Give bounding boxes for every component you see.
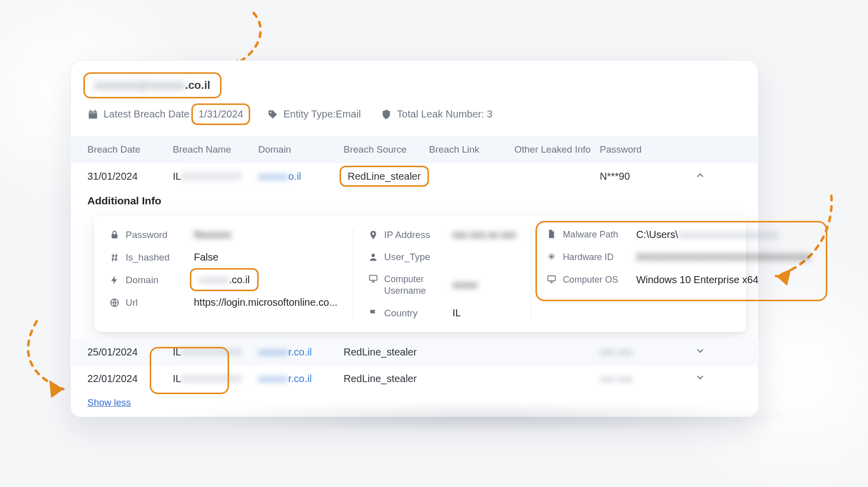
- chevron-down-icon[interactable]: [680, 373, 720, 385]
- label-url: Url: [126, 297, 138, 308]
- col-domain: Domain: [258, 144, 344, 155]
- latest-breach-value: 1/31/2024: [198, 108, 243, 119]
- cell-source: RedLine_stealer: [344, 373, 429, 385]
- monitor-icon: [547, 274, 557, 284]
- hash-icon: [110, 253, 120, 263]
- cell-domain[interactable]: xxxxxxr.co.il: [258, 346, 344, 358]
- value-url: https://login.microsoftonline.co...: [194, 297, 338, 308]
- monitor-icon: [368, 274, 378, 284]
- calendar-icon: [87, 109, 98, 120]
- svg-rect-14: [548, 276, 556, 281]
- show-less-link[interactable]: Show less: [87, 397, 131, 408]
- table-row[interactable]: 31/01/2024 ILXXXXXXXXX xxxxxxo.il RedLin…: [70, 163, 758, 190]
- svg-rect-12: [369, 275, 377, 280]
- latest-breach-date: Latest Breach Date 1/31/2024: [87, 107, 247, 121]
- cell-date: 22/01/2024: [87, 373, 173, 385]
- lock-icon: [110, 230, 120, 240]
- label-malware-path: Malware Path: [563, 229, 618, 240]
- label-user-type: User_Type: [384, 252, 430, 263]
- label-ip: IP Address: [384, 229, 430, 240]
- cell-name: ILXXXXXXXXX: [173, 373, 258, 385]
- col-breach-name: Breach Name: [173, 144, 258, 155]
- table-row[interactable]: 22/01/2024 ILXXXXXXXXX xxxxxxr.co.il Red…: [70, 366, 758, 392]
- panel-shadow: [161, 402, 809, 432]
- svg-rect-8: [112, 234, 118, 238]
- svg-rect-6: [94, 109, 95, 112]
- value-country: IL: [453, 307, 516, 319]
- value-hardware-id: XXXXXXXXXXXXXXXXXXXXXXXXXX: [636, 252, 810, 263]
- value-domain: xxxxxx.co.il: [194, 274, 338, 286]
- svg-point-7: [270, 111, 272, 113]
- label-hardware-id: Hardware ID: [563, 252, 613, 263]
- bolt-icon: [110, 275, 120, 285]
- file-icon: [547, 229, 557, 239]
- value-password: Nxxxxxx: [194, 229, 338, 240]
- col-breach-date: Breach Date: [87, 144, 173, 155]
- value-ip: xxx.xxx.xx.xxx: [453, 229, 516, 240]
- cell-password: xxx xxx: [600, 373, 680, 385]
- table-header: Breach Date Breach Name Domain Breach So…: [70, 136, 758, 163]
- globe-icon: [110, 298, 120, 308]
- email-title: xxxxxxx@xxxxxx .co.il: [87, 74, 218, 96]
- value-is-hashed: False: [194, 252, 338, 263]
- chevron-up-icon[interactable]: [680, 170, 720, 183]
- svg-rect-4: [89, 111, 97, 113]
- chevron-down-icon[interactable]: [680, 346, 720, 358]
- additional-info-title: Additional Info: [70, 190, 758, 211]
- value-computer-os: Windows 10 Enterprise x64: [636, 274, 810, 286]
- value-malware-path: C:\Users\xxxxxxxxxxxxxxxxxxxx: [636, 229, 810, 240]
- user-icon: [368, 252, 378, 262]
- cell-name: ILXXXXXXXXX: [173, 171, 258, 182]
- cell-password: N***90: [600, 171, 680, 182]
- svg-point-11: [371, 254, 375, 257]
- total-leak-number: Total Leak Number: 3: [381, 108, 492, 120]
- cell-name: ILXXXXXXXXX: [173, 346, 258, 358]
- cog-icon: [547, 252, 557, 262]
- cell-domain[interactable]: xxxxxxo.il: [258, 171, 344, 182]
- label-country: Country: [384, 308, 418, 319]
- pin-icon: [368, 230, 378, 240]
- shield-icon: [381, 109, 392, 120]
- svg-point-10: [372, 232, 374, 234]
- cell-domain[interactable]: xxxxxxr.co.il: [258, 373, 344, 385]
- cell-date: 31/01/2024: [87, 171, 173, 182]
- additional-info-card: Password Nxxxxxx Is_hashed False Domain …: [94, 216, 746, 332]
- label-computer-username: Computer Username: [384, 274, 444, 296]
- col-other-leaked: Other Leaked Info: [514, 144, 600, 155]
- flag-icon: [368, 308, 378, 318]
- cell-password: xxx xxx: [600, 346, 680, 358]
- col-breach-link: Breach Link: [429, 144, 514, 155]
- summary-meta-row: Latest Breach Date 1/31/2024 Entity Type…: [87, 105, 741, 132]
- table-row[interactable]: 25/01/2024 ILXXXXXXXXX xxxxxxr.co.il Red…: [70, 339, 758, 366]
- col-breach-source: Breach Source: [344, 144, 429, 155]
- cell-source: RedLine_stealer: [344, 346, 429, 358]
- label-is-hashed: Is_hashed: [126, 252, 170, 263]
- svg-rect-5: [90, 109, 91, 112]
- svg-marker-2: [49, 380, 63, 398]
- label-computer-os: Computer OS: [563, 274, 618, 286]
- tag-icon: [267, 109, 278, 120]
- breach-detail-panel: xxxxxxx@xxxxxx .co.il Latest Breach Date…: [70, 60, 758, 417]
- cell-source: RedLine_stealer: [344, 171, 429, 182]
- label-domain: Domain: [126, 275, 158, 286]
- label-password: Password: [126, 229, 167, 240]
- col-password: Password: [600, 144, 680, 155]
- cell-date: 25/01/2024: [87, 346, 173, 358]
- entity-type: Entity Type:Email: [267, 108, 361, 120]
- value-computer-username: xxxxx: [453, 279, 516, 291]
